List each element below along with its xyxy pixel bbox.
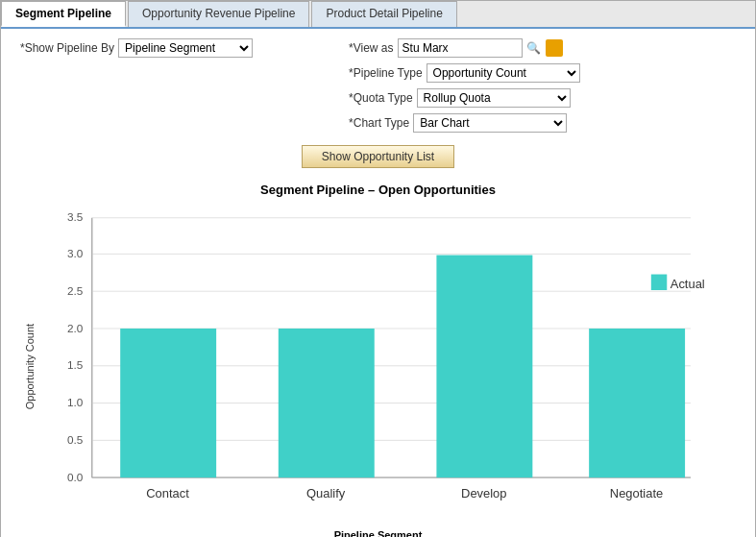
chart-container: Segment Pipeline – Open Opportunities Op… xyxy=(1,178,755,537)
svg-text:Develop: Develop xyxy=(461,486,506,500)
tab-product-detail[interactable]: Product Detail Pipeline xyxy=(311,1,456,27)
pipeline-type-label: *Pipeline Type xyxy=(349,66,423,80)
show-pipeline-label: *Show Pipeline By xyxy=(20,41,114,55)
view-as-label: *View as xyxy=(349,41,393,55)
y-axis-label: Opportunity Count xyxy=(20,207,36,525)
bar-contact[interactable] xyxy=(120,329,216,477)
quota-type-label: *Quota Type xyxy=(349,91,413,105)
legend-label: Actual xyxy=(671,277,705,291)
view-as-input[interactable] xyxy=(398,38,523,58)
svg-text:Qualify: Qualify xyxy=(306,486,346,500)
quota-type-row: *Quota Type Rollup Quota Personal Quota xyxy=(349,88,580,108)
svg-text:0.0: 0.0 xyxy=(67,471,84,483)
chart-type-select[interactable]: Bar Chart Line Chart xyxy=(413,113,567,133)
tab-bar: Segment Pipeline Opportunity Revenue Pip… xyxy=(1,1,755,29)
show-pipeline-row: *Show Pipeline By Pipeline Segment xyxy=(20,38,253,58)
svg-text:3.5: 3.5 xyxy=(67,210,84,223)
bar-qualify[interactable] xyxy=(279,329,375,477)
svg-text:Negotiate: Negotiate xyxy=(610,486,663,500)
search-icon[interactable]: 🔍 xyxy=(526,40,542,56)
bar-develop[interactable] xyxy=(436,256,532,478)
tab-segment-pipeline[interactable]: Segment Pipeline xyxy=(1,1,126,27)
svg-text:3.0: 3.0 xyxy=(67,247,84,259)
pipeline-type-row: *Pipeline Type Opportunity Count Revenue xyxy=(349,63,580,83)
quota-type-select[interactable]: Rollup Quota Personal Quota xyxy=(417,88,571,108)
chart-type-row: *Chart Type Bar Chart Line Chart xyxy=(349,113,580,133)
form-left: *Show Pipeline By Pipeline Segment xyxy=(20,38,253,133)
form-right: *View as 🔍 *Pipeline Type Opportunity Co… xyxy=(349,38,580,133)
show-pipeline-select[interactable]: Pipeline Segment xyxy=(118,38,253,58)
chart-wrapper: Opportunity Count 0.0 0.5 1.0 xyxy=(20,207,736,525)
legend-color-box xyxy=(651,275,667,290)
svg-text:1.0: 1.0 xyxy=(67,396,84,408)
chart-type-label: *Chart Type xyxy=(349,116,409,130)
tab-opportunity-revenue[interactable]: Opportunity Revenue Pipeline xyxy=(128,1,309,27)
svg-text:2.0: 2.0 xyxy=(67,322,84,334)
svg-text:2.5: 2.5 xyxy=(67,284,84,297)
chart-svg: 0.0 0.5 1.0 1.5 2.0 2.5 3.0 3.5 xyxy=(36,207,736,523)
svg-text:0.5: 0.5 xyxy=(67,433,84,446)
svg-text:1.5: 1.5 xyxy=(67,358,84,371)
x-axis-label: Pipeline Segment xyxy=(20,529,736,537)
show-opportunity-list-button[interactable]: Show Opportunity List xyxy=(302,145,454,168)
chart-inner: 0.0 0.5 1.0 1.5 2.0 2.5 3.0 3.5 xyxy=(36,207,736,525)
calendar-icon[interactable] xyxy=(546,39,563,57)
form-area: *Show Pipeline By Pipeline Segment *View… xyxy=(1,29,755,137)
pipeline-type-select[interactable]: Opportunity Count Revenue xyxy=(427,63,580,83)
svg-text:Contact: Contact xyxy=(146,486,189,500)
view-as-row: *View as 🔍 xyxy=(349,38,580,58)
chart-title: Segment Pipeline – Open Opportunities xyxy=(20,183,736,197)
bar-negotiate[interactable] xyxy=(589,329,685,477)
button-area: Show Opportunity List xyxy=(1,137,755,178)
